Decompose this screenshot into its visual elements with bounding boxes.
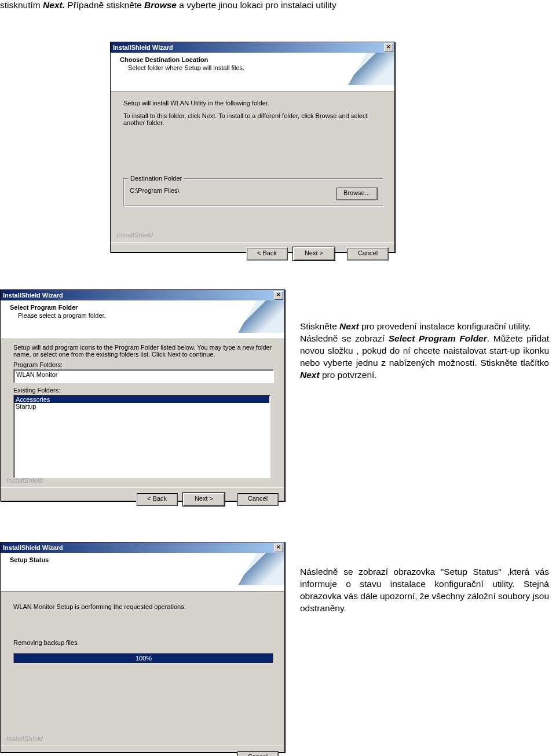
em-select-program-folder: Select Program Folder [389, 333, 487, 343]
installshield-watermark: InstallShield [6, 477, 43, 484]
banner-subtitle: Select folder where Setup will install f… [120, 63, 387, 71]
top-next-word: Next. [43, 0, 65, 10]
groupbox-legend: Destination Folder [129, 175, 184, 182]
existing-folders-list[interactable]: Accessories Startup [13, 395, 270, 478]
banner-title: Setup Status [10, 556, 277, 563]
installshield-watermark: InstallShield [116, 232, 153, 238]
installer-dialog-destination: InstallShield Wizard ✕ Choose Destinatio… [110, 42, 395, 252]
cancel-button[interactable]: Cancel [237, 493, 279, 506]
close-icon[interactable]: ✕ [384, 43, 393, 52]
cancel-button[interactable]: Cancel [237, 751, 279, 756]
top-text: stisknutím [0, 0, 43, 10]
next-button[interactable]: Next > [183, 493, 225, 506]
titlebar: InstallShield Wizard ✕ [1, 542, 284, 553]
banner-subtitle [10, 563, 277, 564]
text: pro potvrzení. [320, 370, 377, 380]
text: Následně se zobrazí [300, 333, 389, 343]
text: pro provedení instalace konfigurační uti… [359, 321, 531, 331]
banner-title: Select Program Folder [10, 304, 277, 311]
existing-folders-label: Existing Folders: [13, 387, 274, 394]
banner-title: Choose Destination Location [120, 56, 387, 63]
dialog-button-row: Cancel [1, 746, 284, 756]
progress-bar: 100% [13, 653, 274, 663]
document-top-line: stisknutím Next. Případně stiskněte Brow… [0, 0, 556, 14]
dialog-banner: Select Program Folder Please select a pr… [1, 300, 284, 339]
dialog-button-row: < Back Next > Cancel [1, 487, 284, 512]
body-text-2: To install to this folder, click Next. T… [123, 112, 372, 126]
list-item[interactable]: Startup [14, 403, 269, 410]
window-title: InstallShield Wizard [3, 544, 63, 551]
program-folder-input[interactable]: WLAN Monitor [13, 369, 274, 383]
window-title: InstallShield Wizard [3, 292, 63, 299]
back-button[interactable]: < Back [246, 247, 288, 260]
top-text: a vyberte jinou lokaci pro instalaci uti… [177, 0, 336, 10]
back-button[interactable]: < Back [136, 493, 178, 506]
em-next: Next [300, 370, 320, 380]
window-title: InstallShield Wizard [113, 44, 173, 51]
dialog-banner: Setup Status [1, 553, 284, 592]
dialog-button-row: < Back Next > Cancel [111, 242, 394, 266]
doc-paragraph-2: Následně se zobrazí obrazovka "Setup Sta… [300, 566, 549, 615]
text: Následně se zobrazí obrazovka "Setup Sta… [300, 567, 549, 613]
destination-path: C:\Program Files\ [130, 187, 180, 194]
installshield-watermark: InstallShield [6, 735, 43, 742]
installer-dialog-setup-status: InstallShield Wizard ✕ Setup Status WLAN… [0, 542, 285, 753]
doc-paragraph-1: Stiskněte Next pro provedení instalace k… [300, 321, 549, 381]
em-next: Next [339, 321, 359, 331]
close-icon[interactable]: ✕ [274, 544, 283, 552]
text: Stiskněte [300, 321, 339, 331]
top-browse-word: Browse [144, 0, 177, 10]
next-button[interactable]: Next > [293, 247, 335, 260]
body-text-1: Setup will install WLAN Utility in the f… [123, 100, 384, 107]
titlebar: InstallShield Wizard ✕ [1, 290, 284, 300]
body-desc: Setup will add program icons to the Prog… [13, 344, 273, 358]
close-icon[interactable]: ✕ [274, 291, 283, 300]
progress-percent: 100% [14, 654, 273, 663]
cancel-button[interactable]: Cancel [347, 247, 389, 260]
browse-button[interactable]: Browse... [336, 187, 378, 200]
banner-subtitle: Please select a program folder. [10, 311, 277, 319]
installer-dialog-program-folder: InstallShield Wizard ✕ Select Program Fo… [0, 289, 285, 501]
dialog-banner: Choose Destination Location Select folde… [111, 53, 394, 91]
action-text: Removing backup files [13, 639, 274, 646]
status-text: WLAN Monitor Setup is performing the req… [13, 603, 274, 610]
list-item[interactable]: Accessories [14, 396, 269, 403]
titlebar: InstallShield Wizard ✕ [111, 42, 394, 53]
program-folders-label: Program Folders: [13, 361, 274, 368]
top-text: Případně stiskněte [65, 0, 144, 10]
